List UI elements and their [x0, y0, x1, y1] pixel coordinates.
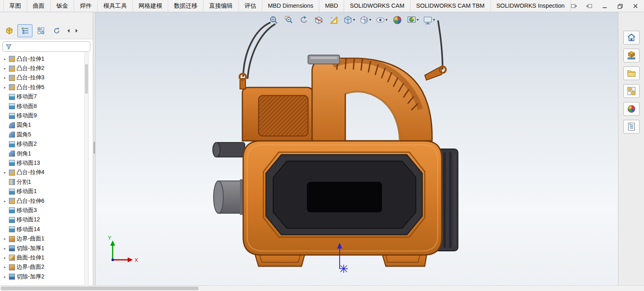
tabs-scroll-left[interactable]	[65, 24, 72, 37]
history-tab[interactable]	[49, 24, 64, 37]
horizontal-scrollbar[interactable]	[0, 285, 644, 291]
command-tab[interactable]: SOLIDWORKS CAM	[344, 0, 411, 12]
triad-x-label: X	[135, 257, 138, 263]
display-pane-icon	[37, 27, 45, 35]
tree-item-label: 移动面14	[17, 226, 40, 233]
view-settings-button[interactable]: ▾	[422, 14, 436, 26]
tree-item[interactable]: ▸凸台-拉伸5	[2, 83, 83, 92]
expand-arrow-icon[interactable]: ▸	[2, 265, 7, 269]
apply-scene-button[interactable]: ▾	[406, 14, 419, 26]
tree-item[interactable]: 移动面14	[2, 225, 83, 234]
appearances-button[interactable]	[623, 102, 640, 116]
tree-item[interactable]: 分割1	[2, 177, 83, 187]
viewport-canvas[interactable]: Y X	[96, 12, 618, 285]
tree-item[interactable]: 移动面8	[2, 102, 83, 111]
expand-arrow-icon[interactable]: ▸	[2, 85, 7, 89]
tree-item[interactable]: 倒角1	[2, 149, 83, 158]
home-button[interactable]	[623, 31, 640, 45]
zoom-fit-button[interactable]	[267, 14, 280, 26]
close-button[interactable]	[631, 2, 640, 11]
dropdown-caret-icon[interactable]: ▾	[433, 18, 435, 22]
dropdown-caret-icon[interactable]: ▾	[385, 18, 387, 22]
float-pane-button[interactable]	[569, 2, 578, 11]
tree-item[interactable]: ▸凸台-拉伸6	[2, 196, 83, 206]
expand-arrow-icon[interactable]: ▸	[2, 76, 7, 80]
zoom-area-button[interactable]	[282, 14, 295, 26]
command-tab[interactable]: 网格建模	[133, 0, 168, 12]
splitter-grip-icon[interactable]	[94, 142, 95, 154]
tree-item[interactable]: ▸凸台-拉伸3	[2, 73, 83, 83]
command-tab[interactable]: 焊件	[74, 0, 98, 12]
tree-item[interactable]: ▸凸台-拉伸4	[2, 168, 83, 177]
command-tab[interactable]: 钣金	[51, 0, 74, 12]
command-tab[interactable]: SOLIDWORKS CAM TBM	[411, 0, 491, 12]
tree-scrollbar-thumb[interactable]	[85, 64, 88, 93]
command-tab[interactable]: SOLIDWORKS Inspection	[491, 0, 571, 12]
file-explorer-button[interactable]	[623, 66, 640, 80]
tree-item[interactable]: ▸切除-加厚1	[2, 244, 83, 253]
tree-item[interactable]: 移动面9	[2, 111, 83, 120]
dropdown-caret-icon[interactable]: ▾	[369, 18, 371, 22]
hide-show-items-button[interactable]: ▾	[375, 14, 388, 26]
command-tab[interactable]: 评估	[239, 0, 262, 12]
tree-item[interactable]: ▸切除-加厚2	[2, 272, 83, 281]
panel-splitter[interactable]	[93, 12, 96, 285]
tree-item[interactable]: 移动面7	[2, 92, 83, 102]
expand-arrow-icon[interactable]: ▸	[2, 256, 7, 260]
restore-button[interactable]	[616, 2, 625, 11]
display-style-button[interactable]: ▾	[359, 14, 372, 26]
dynamic-annotation-button[interactable]	[327, 14, 340, 26]
expand-arrow-icon[interactable]: ▸	[2, 170, 7, 174]
tree-item[interactable]: ▸凸台-拉伸2	[2, 64, 83, 73]
horizontal-scrollbar-thumb[interactable]	[1, 287, 199, 290]
tree-filter-input[interactable]	[15, 44, 88, 50]
command-tab[interactable]: 草图	[3, 0, 27, 12]
view-settings-icon	[423, 15, 432, 25]
tree-filter[interactable]	[2, 41, 90, 52]
tree-item[interactable]: 移动面1	[2, 187, 83, 196]
tree-item[interactable]: ▸凸台-拉伸1	[2, 54, 83, 64]
view-orientation-button[interactable]: ▾	[342, 14, 356, 26]
tree-item[interactable]: 圆角1	[2, 121, 83, 130]
extrude-feature-icon	[9, 66, 15, 72]
model-3d[interactable]	[213, 21, 458, 266]
chamfer-feature-icon	[9, 151, 15, 157]
command-tab[interactable]: 曲面	[27, 0, 51, 12]
tabs-scroll-right[interactable]	[73, 24, 80, 37]
display-style-icon	[359, 15, 369, 25]
expand-arrow-icon[interactable]: ▸	[2, 199, 7, 203]
command-tab[interactable]: MBD	[319, 0, 344, 12]
tree-item[interactable]: ▸边界-曲面1	[2, 234, 83, 243]
command-tab[interactable]: 数据迁移	[168, 0, 203, 12]
expand-arrow-icon[interactable]: ▸	[2, 275, 7, 279]
section-view-button[interactable]	[312, 14, 325, 26]
command-tab[interactable]: 模具工具	[98, 0, 133, 12]
command-tab[interactable]: 直接编辑	[203, 0, 239, 12]
expand-arrow-icon[interactable]: ▸	[2, 57, 7, 61]
tree-item[interactable]: 移动面13	[2, 158, 83, 168]
tree-item[interactable]: 移动面2	[2, 140, 83, 149]
view-palette-button[interactable]	[623, 84, 640, 98]
previous-view-button[interactable]	[297, 14, 310, 26]
custom-properties-button[interactable]	[623, 120, 640, 134]
displaymanager-tab[interactable]	[33, 24, 48, 37]
tree-item[interactable]: 圆角5	[2, 130, 83, 139]
dropdown-caret-icon[interactable]: ▾	[353, 18, 355, 22]
expand-arrow-icon[interactable]: ▸	[2, 66, 7, 70]
minimize-button[interactable]	[600, 2, 609, 11]
part-tab[interactable]	[2, 24, 17, 37]
tree-item[interactable]: 移动面12	[2, 215, 83, 225]
command-tab[interactable]: MBD Dimensions	[262, 0, 319, 12]
expand-arrow-icon[interactable]: ▸	[2, 246, 7, 251]
tree-item[interactable]: 移动面3	[2, 206, 83, 215]
tree-scrollbar[interactable]	[84, 53, 89, 285]
edit-appearance-button[interactable]	[391, 14, 403, 26]
viewport-3d[interactable]: Y X ▾▾▾▾▾	[96, 12, 618, 285]
dropdown-caret-icon[interactable]: ▾	[417, 18, 419, 22]
featuremanager-tab[interactable]	[17, 24, 32, 37]
design-library-button[interactable]	[623, 49, 640, 62]
tree-item[interactable]: ▸曲面-拉伸1	[2, 253, 83, 262]
tree-item[interactable]: ▸边界-曲面2	[2, 263, 83, 272]
expand-arrow-icon[interactable]: ▸	[2, 237, 7, 241]
dock-pane-button[interactable]	[585, 2, 594, 11]
